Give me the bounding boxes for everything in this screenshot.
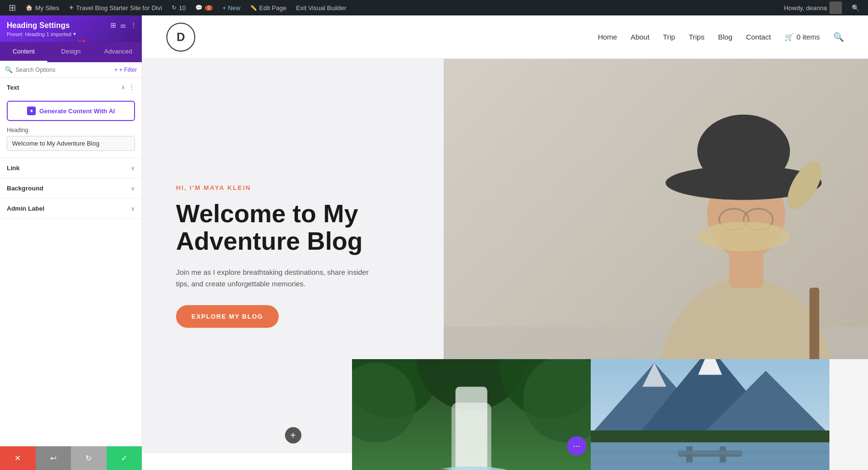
updates-count: 10: [179, 4, 186, 12]
undo-icon: ↩: [50, 454, 56, 463]
site-name-link[interactable]: ✈ Travel Blog Starter Site for Divi: [64, 0, 167, 15]
nav-home[interactable]: Home: [598, 33, 617, 41]
text-section-icons: ∧ ⋮: [121, 83, 135, 91]
admin-label-chevron-icon: ∨: [131, 205, 135, 212]
avatar-placeholder: [829, 1, 842, 14]
comments-link[interactable]: 💬 0: [190, 0, 217, 15]
background-chevron-icon: ∨: [131, 185, 135, 192]
nav-trips[interactable]: Trips: [689, 33, 705, 41]
new-post-link[interactable]: + New: [217, 0, 245, 15]
tab-advanced[interactable]: Advanced: [95, 42, 142, 62]
svg-rect-31: [591, 430, 829, 443]
search-options-input[interactable]: [15, 67, 111, 73]
svg-point-6: [697, 115, 790, 188]
text-dots-icon[interactable]: ⋮: [128, 83, 135, 91]
edit-page-link[interactable]: ✏️ Edit Page: [245, 0, 291, 15]
filter-button[interactable]: + + Filter: [114, 67, 137, 73]
my-sites-menu[interactable]: 🏠 My Sites: [21, 0, 64, 15]
gallery-item-waterfall: [352, 359, 591, 470]
settings-header: ← Heading Settings Preset: Heading 1 imp…: [0, 15, 142, 42]
settings-tab-bar: Content Design Advanced: [0, 42, 142, 62]
settings-more-icon[interactable]: ⋮: [130, 21, 137, 29]
new-label: + New: [222, 4, 240, 12]
cancel-button[interactable]: ✕: [0, 446, 36, 470]
nav-trip[interactable]: Trip: [663, 33, 675, 41]
text-section: Text ∧ ⋮ ✦ Generate Content With AI Head…: [0, 78, 142, 158]
purple-dot-menu[interactable]: ···: [567, 436, 586, 456]
nav-about[interactable]: About: [631, 33, 650, 41]
exit-builder-label: Exit Visual Builder: [296, 4, 347, 12]
add-content-button[interactable]: +: [285, 427, 301, 443]
admin-bar: ⊞ 🏠 My Sites ✈ Travel Blog Starter Site …: [0, 0, 868, 15]
main-content: D Home About Trip Trips Blog Contact 🛒 0…: [142, 15, 868, 470]
cart-count: 0 items: [797, 33, 820, 41]
back-arrow[interactable]: ←: [75, 34, 88, 49]
filter-label: + Filter: [119, 67, 137, 73]
website-preview: D Home About Trip Trips Blog Contact 🛒 0…: [142, 15, 868, 470]
redo-icon: ↻: [85, 454, 92, 463]
settings-sidebar: ← Heading Settings Preset: Heading 1 imp…: [0, 15, 142, 470]
gallery-item-mountain: [591, 359, 829, 470]
nav-blog[interactable]: Blog: [718, 33, 732, 41]
add-content-icon: +: [290, 430, 296, 441]
wp-icon: ⊞: [9, 2, 16, 13]
edit-page-label: Edit Page: [259, 4, 286, 12]
hero-subtitle: HI, I'M MAYA KLEIN: [176, 184, 410, 191]
admin-label-section[interactable]: Admin Label ∨: [0, 199, 142, 219]
generate-ai-button[interactable]: ✦ Generate Content With AI: [7, 101, 135, 121]
howdy-label: Howdy, deanna: [784, 4, 827, 12]
text-section-header[interactable]: Text ∧ ⋮: [0, 78, 142, 97]
gallery-item-partial: [829, 359, 868, 470]
settings-header-icons: ⊞ ⚌ ⋮: [110, 21, 137, 29]
admin-label-section-label: Admin Label: [7, 205, 44, 212]
my-sites-label: My Sites: [35, 4, 59, 12]
magnify-icon: 🔍: [852, 4, 859, 12]
site-nav-links: Home About Trip Trips Blog Contact 🛒 0 i…: [598, 32, 844, 42]
search-icon: 🔍: [5, 66, 13, 73]
site-icon: ✈: [69, 4, 74, 11]
gallery-row: [352, 359, 868, 470]
cta-label: EXPLORE MY BLOG: [191, 313, 263, 320]
purple-menu-icon: ···: [573, 441, 580, 451]
updates-icon: ↻: [172, 4, 176, 11]
redo-button[interactable]: ↻: [71, 446, 107, 470]
explore-cta-button[interactable]: EXPLORE MY BLOG: [176, 305, 279, 328]
preset-label: Preset: Heading 1 imported: [7, 31, 71, 37]
cart-icon: 🛒: [785, 33, 794, 41]
svg-point-9: [697, 222, 790, 251]
settings-content: Text ∧ ⋮ ✦ Generate Content With AI Head…: [0, 78, 142, 446]
save-icon: ✓: [121, 454, 127, 463]
search-admin-icon[interactable]: 🔍: [847, 0, 864, 15]
hero-title: Welcome to My Adventure Blog: [176, 200, 410, 255]
sites-icon: 🏠: [26, 4, 33, 11]
tab-content[interactable]: Content: [0, 42, 47, 62]
howdy-menu[interactable]: Howdy, deanna: [779, 0, 847, 15]
wp-logo-item[interactable]: ⊞: [4, 0, 21, 15]
settings-columns-icon[interactable]: ⚌: [120, 21, 126, 29]
svg-rect-36: [591, 450, 829, 454]
nav-contact[interactable]: Contact: [746, 33, 771, 41]
comments-icon: 💬: [195, 4, 203, 11]
site-logo[interactable]: D: [166, 23, 195, 52]
link-section[interactable]: Link ∨: [0, 158, 142, 178]
svg-rect-20: [451, 403, 491, 470]
settings-copy-icon[interactable]: ⊞: [110, 21, 116, 29]
undo-button[interactable]: ↩: [36, 446, 71, 470]
pencil-icon: ✏️: [250, 5, 257, 11]
hero-body-text: Join me as I explore breathtaking destin…: [176, 267, 369, 290]
nav-cart[interactable]: 🛒 0 items: [785, 33, 820, 41]
nav-search-icon[interactable]: 🔍: [833, 32, 844, 42]
background-section[interactable]: Background ∨: [0, 178, 142, 199]
text-section-label: Text: [7, 84, 19, 91]
svg-rect-37: [591, 462, 829, 465]
background-section-label: Background: [7, 185, 43, 192]
exit-builder-link[interactable]: Exit Visual Builder: [291, 0, 352, 15]
filter-icon: +: [114, 67, 118, 73]
cancel-icon: ✕: [14, 454, 21, 463]
save-button[interactable]: ✓: [107, 446, 142, 470]
heading-input[interactable]: [7, 136, 135, 151]
admin-bar-right: Howdy, deanna 🔍: [779, 0, 864, 15]
updates-link[interactable]: ↻ 10: [167, 0, 190, 15]
search-bar: 🔍 + + Filter: [0, 62, 142, 78]
generate-btn-label: Generate Content With AI: [40, 107, 115, 115]
